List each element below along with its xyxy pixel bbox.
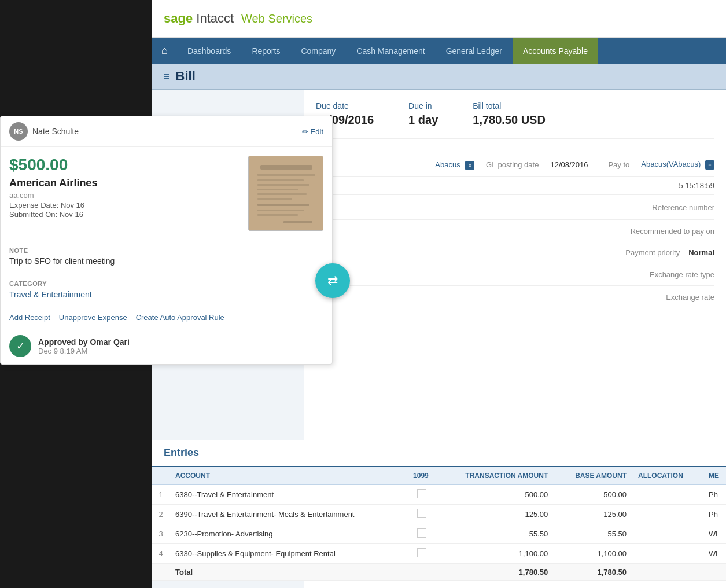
pay-to-label: Pay to — [608, 160, 629, 169]
row-allocation-2 — [632, 505, 703, 524]
nav-item-reports[interactable]: Reports — [241, 38, 290, 64]
nav-reports-label: Reports — [252, 46, 280, 56]
svg-rect-9 — [257, 210, 304, 211]
category-link[interactable]: Travel & Entertainment — [9, 290, 92, 299]
user-initials: NS — [14, 128, 23, 135]
swap-icon: ⇄ — [327, 273, 338, 288]
timestamp-value: 5 15:18:59 — [679, 181, 714, 190]
total-allocation — [632, 564, 703, 581]
nav-item-dashboards[interactable]: Dashboards — [177, 38, 242, 64]
exchange-rate-row: Exchange rate — [316, 286, 714, 308]
payto-table-icon[interactable]: ≡ — [705, 160, 714, 170]
bill-total-item: Bill total 1,780.50 USD — [473, 101, 546, 127]
due-in-item: Due in 1 day — [408, 101, 438, 127]
svg-rect-6 — [257, 193, 307, 195]
entries-table: ACCOUNT 1099 TRANSACTION AMOUNT BASE AMO… — [152, 467, 726, 581]
bill-header: ≡ Bill — [152, 64, 726, 90]
payment-priority-label: Payment priority — [625, 248, 680, 257]
from-abacus-group: Abacus ≡ — [435, 159, 474, 170]
exchange-rate-type-label: Exchange rate type — [650, 270, 714, 279]
bill-icon: ≡ — [164, 71, 170, 83]
card-body: $500.00 American Airlines aa.com Expense… — [1, 147, 332, 240]
nav-bar: ⌂ Dashboards Reports Company Cash Manage… — [152, 38, 726, 64]
row-1099-4[interactable] — [407, 544, 436, 564]
row-transaction-1: 500.00 — [436, 485, 554, 505]
pay-to-text[interactable]: Abacus(VAbacus) — [641, 160, 701, 168]
left-panel-top — [0, 0, 152, 116]
nav-home-button[interactable]: ⌂ — [152, 38, 177, 64]
nav-item-cash-management[interactable]: Cash Management — [346, 38, 435, 64]
expense-date: Expense Date: Nov 16 — [9, 201, 239, 210]
pay-to-value: Abacus(VAbacus) ≡ — [641, 160, 714, 170]
row-transaction-3: 55.50 — [436, 524, 554, 544]
edit-button[interactable]: ✏ Edit — [302, 127, 323, 136]
create-auto-approval-rule-link[interactable]: Create Auto Approval Rule — [136, 313, 224, 322]
nav-gl-label: General Ledger — [446, 46, 502, 56]
from-table-icon[interactable]: ≡ — [465, 161, 474, 170]
left-panel-bottom — [0, 434, 152, 588]
row-account-4: 6330--Supplies & Equipment- Equipment Re… — [169, 544, 407, 564]
approval-section: ✓ Approved by Omar Qari Dec 9 8:19 AM — [1, 328, 332, 364]
gl-value: 12/08/2016 — [550, 160, 596, 169]
gl-label: GL posting date — [486, 160, 539, 169]
approval-info: Approved by Omar Qari Dec 9 8:19 AM — [38, 337, 130, 355]
nav-company-label: Company — [301, 46, 336, 56]
row-num-2: 2 — [152, 505, 169, 524]
col-allocation-header: ALLOCATION — [632, 467, 703, 485]
total-me — [703, 564, 726, 581]
vendor-name: American Airlines — [9, 177, 239, 189]
col-transaction-header: TRANSACTION AMOUNT — [436, 467, 554, 485]
unapprove-expense-link[interactable]: Unapprove Expense — [59, 313, 127, 322]
nav-item-company[interactable]: Company — [290, 38, 346, 64]
exchange-rate-label: Exchange rate — [666, 293, 714, 302]
row-allocation-3 — [632, 524, 703, 544]
svg-rect-3 — [257, 179, 304, 181]
ref-label: Reference number — [652, 203, 714, 212]
row-1099-2[interactable] — [407, 505, 436, 524]
col-base-header: BASE AMOUNT — [554, 467, 632, 485]
row-me-4: Wi — [703, 544, 726, 564]
from-value: Abacus — [435, 160, 460, 169]
total-empty-num — [152, 564, 169, 581]
web-services-text: Web Services — [241, 12, 312, 25]
nav-dashboards-label: Dashboards — [187, 46, 231, 56]
card-left: $500.00 American Airlines aa.com Expense… — [9, 156, 239, 231]
row-account-3: 6230--Promotion- Advertising — [169, 524, 407, 544]
row-1099-1[interactable] — [407, 485, 436, 505]
gl-payto-row: Abacus ≡ GL posting date 12/08/2016 Pay … — [316, 153, 714, 177]
exchange-rate-type-row: Exchange rate type — [316, 263, 714, 286]
recommended-pay-label: Recommended to pay on — [631, 227, 714, 236]
approved-date: Dec 9 8:19 AM — [38, 347, 130, 355]
swap-button[interactable]: ⇄ — [315, 263, 350, 298]
row-account-2: 6390--Travel & Entertainment- Meals & En… — [169, 505, 407, 524]
add-receipt-link[interactable]: Add Receipt — [9, 313, 50, 322]
payment-priority-row: Payment priority Normal — [316, 242, 714, 263]
nav-item-general-ledger[interactable]: General Ledger — [436, 38, 513, 64]
svg-rect-4 — [257, 184, 309, 186]
edit-label: ✏ Edit — [302, 127, 323, 136]
intacct-text: Intacct — [196, 11, 234, 25]
user-name: Nate Schulte — [32, 127, 79, 136]
action-links: Add Receipt Unapprove Expense Create Aut… — [1, 307, 332, 328]
note-section: NOTE Trip to SFO for client meeting — [1, 240, 332, 273]
check-circle-icon: ✓ — [9, 335, 31, 357]
row-1099-3[interactable] — [407, 524, 436, 544]
nav-item-accounts-payable[interactable]: Accounts Payable — [513, 38, 598, 64]
col-me-header: ME — [703, 467, 726, 485]
receipt-image — [248, 156, 323, 231]
sage-logo: sage Intacct — [164, 11, 234, 26]
logo-area: sage Intacct Web Services — [164, 11, 312, 26]
due-in-value: 1 day — [408, 113, 438, 127]
category-section: CATEGORY Travel & Entertainment — [1, 273, 332, 307]
approved-by: Approved by Omar Qari — [38, 337, 130, 347]
note-text: Trip to SFO for client meeting — [9, 256, 323, 266]
table-row: 3 6230--Promotion- Advertising 55.50 55.… — [152, 524, 726, 544]
receipt-visual — [249, 156, 323, 230]
svg-rect-5 — [257, 189, 298, 190]
entries-header-row: ACCOUNT 1099 TRANSACTION AMOUNT BASE AMO… — [152, 467, 726, 485]
svg-rect-2 — [257, 174, 315, 176]
bill-total-label: Bill total — [473, 101, 546, 111]
row-transaction-2: 125.00 — [436, 505, 554, 524]
category-label: CATEGORY — [9, 280, 323, 287]
total-base: 1,780.50 — [554, 564, 632, 581]
